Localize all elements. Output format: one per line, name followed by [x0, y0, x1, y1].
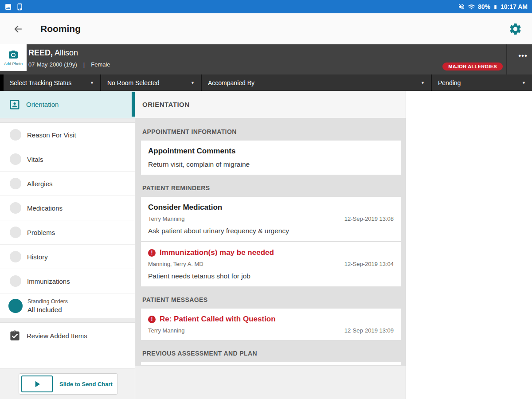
status-circle-icon: [10, 178, 21, 189]
demographics-separator: |: [83, 61, 85, 68]
major-allergies-badge[interactable]: MAJOR ALLERGIES: [442, 63, 503, 70]
sidebar-footer: Slide to Send Chart: [0, 368, 135, 399]
completed-circle-icon: [8, 299, 23, 313]
add-photo-button[interactable]: Add Photo: [0, 44, 27, 71]
room-dropdown[interactable]: No Room Selected ▼: [101, 74, 202, 91]
sidebar-item-label: History: [27, 253, 48, 261]
sidebar-gap: [0, 318, 135, 323]
card-body: Patient needs tetanus shot for job: [148, 272, 394, 280]
patient-name: REED, Allison: [28, 48, 78, 58]
status-notification-icons: [4, 3, 23, 11]
card-title: Immunization(s) may be needed: [160, 248, 274, 257]
orientation-panel: ORIENTATION APPOINTMENT INFORMATION Appo…: [135, 91, 406, 399]
tracking-status-dropdown[interactable]: Select Tracking Status ▼: [4, 74, 101, 91]
card-body: Return visit, complain of migraine: [148, 160, 394, 168]
chevron-down-icon: ▼: [421, 81, 425, 85]
status-circle-icon: [10, 251, 21, 262]
card-timestamp: 12-Sep-2019 13:04: [344, 261, 394, 267]
tracking-status-label: Select Tracking Status: [10, 79, 71, 86]
slide-to-send-chart-control[interactable]: Slide to Send Chart: [19, 373, 118, 395]
card-meta: Terry Manning 12-Sep-2019 13:09: [148, 327, 394, 334]
card-body: Ask patient about urinary frequency & ur…: [148, 227, 394, 235]
patient-banner: Add Photo REED, Allison 07-May-2000 (19y…: [0, 44, 532, 74]
card-title: Consider Medication: [148, 203, 394, 212]
add-photo-label: Add Photo: [4, 62, 23, 66]
card-title: Appointment Comments: [148, 147, 394, 156]
sidebar-item-immunizations[interactable]: Immunizations: [0, 269, 135, 293]
card-title-alert: ! Immunization(s) may be needed: [148, 248, 394, 257]
sidebar-item-label: Immunizations: [27, 278, 70, 285]
sidebar-item-label: Review Added Items: [27, 332, 87, 340]
section-header-previous-assessment: PREVIOUS ASSESSMENT AND PLAN: [135, 340, 406, 362]
selected-indicator-bar: [132, 92, 135, 117]
clipboard-check-icon: [9, 330, 21, 342]
status-circle-icon: [10, 129, 21, 141]
tracking-bar-edge: [0, 74, 4, 91]
accompanied-by-dropdown[interactable]: Accompanied By ▼: [202, 74, 432, 91]
slide-handle[interactable]: [21, 376, 53, 392]
sidebar-item-allergies[interactable]: Allergies: [0, 172, 135, 196]
section-header-appointment-information: APPOINTMENT INFORMATION: [135, 118, 406, 141]
play-arrow-icon: [32, 379, 42, 389]
reminder-card[interactable]: Consider Medication Terry Manning 12-Sep…: [141, 197, 401, 241]
pending-label: Pending: [438, 79, 461, 86]
status-circle-icon: [10, 202, 21, 214]
sidebar-item-history[interactable]: History: [0, 245, 135, 269]
sidebar-item-label: Vitals: [27, 156, 43, 163]
content-scroll-area[interactable]: [135, 366, 406, 399]
patient-dob: 07-May-2000 (19y): [28, 61, 77, 68]
patient-gender: Female: [91, 61, 110, 68]
standing-orders-status: All Included: [27, 306, 68, 313]
sidebar-item-label: Reason For Visit: [27, 131, 76, 139]
patient-first-name: Allison: [55, 48, 78, 57]
room-label: No Room Selected: [107, 79, 160, 86]
section-header-patient-messages: PATIENT MESSAGES: [135, 286, 406, 309]
status-circle-icon: [10, 153, 21, 165]
battery-percent-label: 80%: [478, 3, 490, 10]
sidebar-item-medications[interactable]: Medications: [0, 196, 135, 220]
panel-title: ORIENTATION: [135, 91, 406, 118]
camera-icon: [8, 50, 19, 60]
page-title: Rooming: [40, 23, 81, 34]
alert-exclamation-icon: !: [148, 316, 156, 323]
sidebar-item-label: Orientation: [26, 101, 59, 108]
card-author: Manning, Terry A. MD: [148, 261, 203, 267]
tracking-bar: Select Tracking Status ▼ No Room Selecte…: [0, 74, 532, 91]
patient-demographics: 07-May-2000 (19y) | Female: [28, 61, 110, 68]
wifi-icon: [468, 3, 475, 11]
rooming-sidebar: Orientation Reason For Visit Vitals Alle…: [0, 91, 135, 399]
sidebar-item-vitals[interactable]: Vitals: [0, 147, 135, 172]
sidebar-item-standing-orders[interactable]: Standing Orders All Included: [0, 293, 135, 318]
settings-gear-icon[interactable]: [509, 22, 522, 36]
clock-label: 10:17 AM: [501, 3, 528, 10]
banner-divider: [506, 44, 507, 74]
status-bar: 80% 10:17 AM: [0, 0, 532, 13]
card-title-alert: ! Re: Patient Called with Question: [148, 315, 394, 324]
chevron-down-icon: ▼: [522, 81, 526, 85]
standing-orders-title: Standing Orders: [27, 298, 68, 305]
sidebar-item-orientation[interactable]: Orientation: [0, 91, 135, 118]
volume-muted-icon: [458, 3, 465, 10]
sidebar-item-problems[interactable]: Problems: [0, 220, 135, 245]
sidebar-item-review-added-items[interactable]: Review Added Items: [0, 323, 135, 348]
appointment-comments-card[interactable]: Appointment Comments Return visit, compl…: [141, 141, 401, 175]
sidebar-item-label: Allergies: [27, 180, 53, 188]
sidebar-item-label: Medications: [27, 204, 63, 212]
sidebar-item-reason-for-visit[interactable]: Reason For Visit: [0, 123, 135, 147]
standing-orders-text: Standing Orders All Included: [27, 298, 68, 313]
screenshot-image-icon: [4, 3, 12, 11]
chevron-down-icon: ▼: [90, 81, 94, 85]
card-timestamp: 12-Sep-2019 13:09: [344, 327, 394, 334]
chevron-down-icon: ▼: [191, 81, 195, 85]
card-timestamp: 12-Sep-2019 13:08: [344, 215, 394, 222]
reminder-card-alert[interactable]: ! Immunization(s) may be needed Manning,…: [141, 242, 401, 286]
status-system-icons: 80% 10:17 AM: [458, 3, 528, 11]
sidebar-item-label: Problems: [27, 229, 55, 236]
message-card-alert[interactable]: ! Re: Patient Called with Question Terry…: [141, 309, 401, 340]
pending-dropdown[interactable]: Pending ▼: [432, 74, 532, 91]
patient-portrait-icon: [8, 98, 21, 111]
status-circle-icon: [10, 227, 21, 238]
back-arrow-icon[interactable]: [12, 23, 23, 35]
partial-card-top: [141, 362, 401, 365]
overflow-menu-icon[interactable]: •••: [518, 51, 528, 60]
